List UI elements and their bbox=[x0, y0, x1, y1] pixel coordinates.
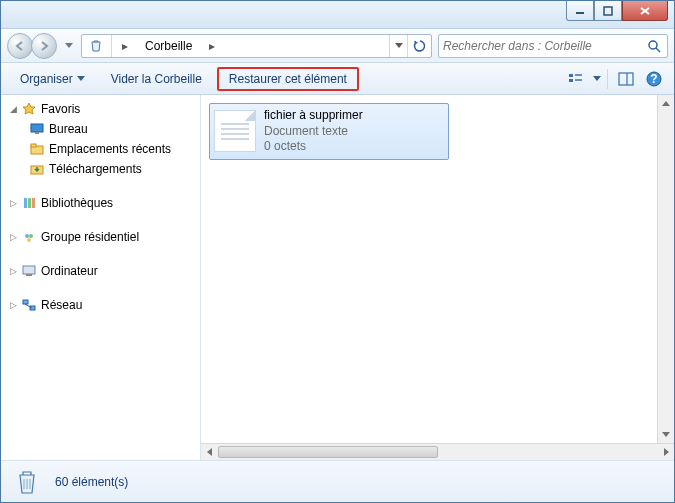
svg-rect-27 bbox=[23, 300, 28, 304]
favorites-group[interactable]: ◢ Favoris bbox=[1, 99, 200, 119]
help-button[interactable]: ? bbox=[642, 67, 666, 91]
svg-rect-18 bbox=[31, 166, 43, 174]
file-type: Document texte bbox=[264, 124, 363, 140]
navigation-row: ▸ Corbeille ▸ bbox=[1, 29, 674, 63]
computer-icon bbox=[21, 263, 37, 279]
scroll-up-icon[interactable] bbox=[658, 95, 674, 112]
scroll-right-icon[interactable] bbox=[657, 448, 674, 456]
network-group[interactable]: ▷ Réseau bbox=[1, 295, 200, 315]
navigation-pane: ◢ Favoris Bureau Emplacements récents Té… bbox=[1, 95, 201, 460]
organize-button[interactable]: Organiser bbox=[9, 67, 96, 91]
file-list[interactable]: fichier à supprimer Document texte 0 oct… bbox=[201, 95, 657, 443]
status-count: 60 élément(s) bbox=[55, 475, 128, 489]
downloads-label: Téléchargements bbox=[47, 162, 142, 176]
svg-line-5 bbox=[656, 48, 660, 52]
nav-history-dropdown[interactable] bbox=[63, 35, 75, 57]
homegroup-label: Groupe résidentiel bbox=[39, 230, 139, 244]
desktop-icon bbox=[29, 121, 45, 137]
restore-label: Restaurer cet élément bbox=[229, 72, 347, 86]
computer-label: Ordinateur bbox=[39, 264, 98, 278]
downloads-icon bbox=[29, 161, 45, 177]
empty-recycle-bin-button[interactable]: Vider la Corbeille bbox=[100, 67, 213, 91]
nav-buttons bbox=[7, 33, 57, 59]
chevron-down-icon[interactable] bbox=[593, 76, 601, 82]
homegroup-group[interactable]: ▷ Groupe résidentiel bbox=[1, 227, 200, 247]
view-options-button[interactable] bbox=[565, 67, 589, 91]
scrollbar-track[interactable] bbox=[218, 444, 657, 460]
svg-rect-1 bbox=[604, 7, 612, 15]
organize-label: Organiser bbox=[20, 72, 73, 86]
maximize-button[interactable] bbox=[594, 1, 622, 21]
svg-rect-28 bbox=[30, 306, 35, 310]
svg-point-24 bbox=[27, 238, 31, 242]
scroll-left-icon[interactable] bbox=[201, 448, 218, 456]
expand-icon[interactable]: ▷ bbox=[7, 300, 19, 310]
details-pane: 60 élément(s) bbox=[1, 460, 674, 502]
recent-places-icon bbox=[29, 141, 45, 157]
desktop-label: Bureau bbox=[47, 122, 88, 136]
svg-rect-6 bbox=[569, 74, 573, 77]
explorer-window: ▸ Corbeille ▸ Organiser bbox=[0, 0, 675, 503]
titlebar bbox=[1, 1, 674, 29]
recent-label: Emplacements récents bbox=[47, 142, 171, 156]
svg-line-3 bbox=[641, 8, 649, 14]
libraries-label: Bibliothèques bbox=[39, 196, 113, 210]
search-icon[interactable] bbox=[645, 39, 663, 53]
command-bar: Organiser Vider la Corbeille Restaurer c… bbox=[1, 63, 674, 95]
svg-rect-17 bbox=[31, 144, 36, 147]
back-button[interactable] bbox=[7, 33, 33, 59]
chevron-right-icon: ▸ bbox=[118, 39, 132, 53]
chevron-down-icon bbox=[77, 76, 85, 82]
expand-icon[interactable]: ▷ bbox=[7, 198, 19, 208]
sidebar-item-downloads[interactable]: Téléchargements bbox=[1, 159, 200, 179]
svg-rect-14 bbox=[31, 124, 43, 132]
file-meta: fichier à supprimer Document texte 0 oct… bbox=[264, 108, 363, 155]
chevron-right-icon[interactable]: ▸ bbox=[205, 39, 219, 53]
file-item[interactable]: fichier à supprimer Document texte 0 oct… bbox=[209, 103, 449, 160]
collapse-icon[interactable]: ◢ bbox=[7, 104, 19, 114]
homegroup-icon bbox=[21, 229, 37, 245]
search-box[interactable] bbox=[438, 34, 668, 58]
svg-rect-15 bbox=[35, 132, 39, 134]
sidebar-item-recent[interactable]: Emplacements récents bbox=[1, 139, 200, 159]
svg-rect-10 bbox=[619, 73, 633, 85]
computer-group[interactable]: ▷ Ordinateur bbox=[1, 261, 200, 281]
svg-text:?: ? bbox=[650, 72, 657, 86]
restore-item-button[interactable]: Restaurer cet élément bbox=[217, 67, 359, 91]
content-pane: fichier à supprimer Document texte 0 oct… bbox=[201, 95, 674, 460]
search-input[interactable] bbox=[443, 39, 645, 53]
expand-icon[interactable]: ▷ bbox=[7, 266, 19, 276]
libraries-icon bbox=[21, 195, 37, 211]
vertical-scrollbar[interactable] bbox=[657, 95, 674, 443]
svg-rect-16 bbox=[31, 146, 43, 154]
address-location: Corbeille bbox=[145, 39, 192, 53]
favorites-label: Favoris bbox=[39, 102, 80, 116]
sidebar-item-desktop[interactable]: Bureau bbox=[1, 119, 200, 139]
svg-point-12 bbox=[647, 72, 661, 86]
network-icon bbox=[21, 297, 37, 313]
refresh-button[interactable] bbox=[407, 35, 431, 57]
empty-label: Vider la Corbeille bbox=[111, 72, 202, 86]
svg-rect-7 bbox=[569, 79, 573, 82]
recycle-bin-icon bbox=[88, 38, 104, 54]
expand-icon[interactable]: ▷ bbox=[7, 232, 19, 242]
star-icon bbox=[21, 101, 37, 117]
svg-rect-20 bbox=[28, 198, 31, 208]
text-document-icon bbox=[214, 110, 256, 152]
svg-rect-19 bbox=[24, 198, 27, 208]
address-dropdown[interactable] bbox=[389, 35, 407, 57]
scrollbar-thumb[interactable] bbox=[218, 446, 438, 458]
close-button[interactable] bbox=[622, 1, 668, 21]
svg-point-4 bbox=[649, 41, 657, 49]
scroll-down-icon[interactable] bbox=[658, 426, 674, 443]
svg-rect-21 bbox=[32, 198, 35, 208]
content-body: ◢ Favoris Bureau Emplacements récents Té… bbox=[1, 95, 674, 460]
minimize-button[interactable] bbox=[566, 1, 594, 21]
svg-line-29 bbox=[25, 304, 32, 308]
forward-button[interactable] bbox=[31, 33, 57, 59]
horizontal-scrollbar[interactable] bbox=[201, 443, 674, 460]
svg-line-2 bbox=[641, 8, 649, 14]
libraries-group[interactable]: ▷ Bibliothèques bbox=[1, 193, 200, 213]
preview-pane-button[interactable] bbox=[614, 67, 638, 91]
address-bar[interactable]: ▸ Corbeille ▸ bbox=[81, 34, 432, 58]
